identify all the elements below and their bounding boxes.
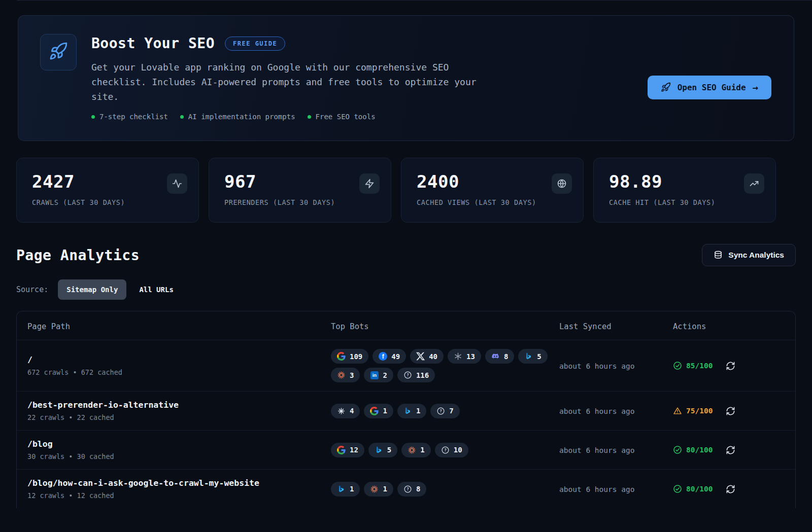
bot-badges: 1251?10: [331, 443, 549, 457]
green-dot-icon: [91, 115, 95, 119]
anthropic-bot-icon: [370, 485, 379, 493]
bot-badge-bing: 1: [331, 482, 360, 496]
refresh-button[interactable]: [726, 361, 735, 371]
banner-title: Boost Your SEO: [91, 35, 215, 52]
score-status-icon: [673, 361, 682, 370]
unknown-bot-icon: ?: [403, 371, 412, 379]
page-path: /: [27, 355, 331, 365]
refresh-button[interactable]: [726, 445, 735, 455]
green-dot-icon: [308, 115, 311, 119]
bot-count: 8: [416, 485, 420, 493]
last-synced: about 6 hours ago: [559, 407, 634, 415]
arrow-right-icon: →: [753, 82, 758, 93]
stat-card: 2427CRAWLS (LAST 30 DAYS): [16, 158, 199, 223]
discord-bot-icon: [491, 352, 500, 361]
score-value: 80/100: [686, 446, 713, 454]
bot-count: 40: [429, 352, 437, 361]
sync-analytics-button[interactable]: Sync Analytics: [702, 244, 796, 266]
bot-badge-bing: 5: [518, 349, 547, 364]
source-option-sitemap-only[interactable]: Sitemap Only: [58, 279, 126, 300]
stat-value: 98.89: [609, 171, 715, 192]
linkedin-bot-icon: in: [370, 371, 379, 379]
bot-badge-bing: 5: [368, 443, 397, 457]
bot-count: 49: [391, 352, 400, 361]
table-row: /best-prerender-io-alternative 22 crawls…: [17, 391, 795, 430]
bot-count: 8: [504, 352, 508, 361]
sync-analytics-label: Sync Analytics: [728, 251, 784, 260]
anthropic-bot-icon: [337, 371, 346, 379]
stat-card: 2400CACHED VIEWS (LAST 30 DAYS): [401, 158, 584, 223]
trending-up-icon: [744, 173, 764, 194]
source-option-all-urls[interactable]: All URLs: [130, 279, 182, 300]
globe-icon: [552, 173, 572, 194]
stat-label: CRAWLS (LAST 30 DAYS): [32, 198, 125, 206]
bot-count: 116: [416, 371, 429, 379]
source-toggle-group: Sitemap OnlyAll URLs: [58, 279, 182, 300]
stat-card: 967PRERENDERS (LAST 30 DAYS): [209, 158, 391, 223]
open-seo-guide-button[interactable]: Open SEO Guide →: [648, 76, 771, 99]
column-header-top-bots: Top Bots: [331, 322, 559, 331]
bot-count: 1: [350, 485, 354, 493]
bing-bot-icon: [524, 352, 533, 361]
banner-feature: AI implementation prompts: [180, 113, 295, 121]
bot-badges: 11?8: [331, 482, 549, 496]
bot-badge-facebook: f49: [373, 349, 406, 364]
page-path: /blog: [27, 439, 331, 449]
stat-value: 967: [224, 171, 335, 192]
table-row: / 672 crawls • 672 cached 109f494013853i…: [17, 340, 795, 391]
spider-bot-icon: [337, 407, 346, 415]
bot-count: 1: [420, 446, 424, 454]
seo-score-badge: 80/100: [673, 445, 713, 454]
bot-count: 10: [454, 446, 462, 454]
bot-badge-spider: 4: [331, 404, 360, 418]
refresh-button[interactable]: [726, 406, 735, 416]
bot-badge-anthropic: 1: [401, 443, 430, 457]
seo-score-badge: 75/100: [673, 406, 713, 415]
bot-badge-discord: 8: [485, 349, 514, 364]
banner-description: Get your Lovable app ranking on Google w…: [91, 60, 497, 104]
bot-badge-unknown: ?8: [397, 482, 426, 496]
rocket-icon-box: [40, 34, 77, 70]
database-icon: [714, 251, 723, 260]
rocket-icon: [661, 82, 671, 92]
green-dot-icon: [180, 115, 184, 119]
stat-value: 2427: [32, 171, 125, 192]
seo-banner: Boost Your SEO FREE GUIDE Get your Lovab…: [18, 15, 794, 141]
stat-label: PRERENDERS (LAST 30 DAYS): [224, 198, 335, 206]
bot-count: 3: [350, 371, 354, 379]
banner-feature-label: Free SEO tools: [316, 113, 376, 121]
page-path: /blog/how-can-i-ask-google-to-crawl-my-w…: [27, 478, 331, 488]
anthropic-bot-icon: [408, 446, 416, 454]
page-path: /best-prerender-io-alternative: [27, 400, 331, 410]
bot-count: 1: [383, 485, 387, 493]
bot-badge-x: 40: [410, 349, 444, 364]
banner-feature-label: AI implementation prompts: [188, 113, 295, 121]
bot-badge-openai: 13: [448, 349, 481, 364]
svg-text:?: ?: [407, 487, 409, 491]
bot-count: 1: [383, 407, 387, 415]
bot-badge-unknown: ?116: [397, 368, 435, 382]
bot-badge-unknown: ?10: [435, 443, 468, 457]
score-status-icon: [673, 484, 682, 493]
x-bot-icon: [416, 352, 425, 361]
score-value: 80/100: [686, 485, 713, 493]
bot-count: 7: [449, 407, 453, 415]
last-synced: about 6 hours ago: [559, 446, 634, 454]
unknown-bot-icon: ?: [403, 485, 412, 493]
bot-badge-anthropic: 1: [364, 482, 393, 496]
page-title: Page Analytics: [16, 247, 140, 264]
table-row: /blog 30 crawls • 30 cached 1251?10 abou…: [17, 430, 795, 469]
page-path-meta: 22 crawls • 22 cached: [27, 413, 331, 421]
last-synced: about 6 hours ago: [559, 485, 634, 493]
bot-badge-google: 109: [331, 349, 368, 364]
bot-count: 109: [350, 352, 362, 361]
bot-badges: 411?7: [331, 404, 549, 418]
bot-count: 12: [350, 446, 358, 454]
rocket-icon: [49, 42, 68, 63]
page-path-meta: 12 crawls • 12 cached: [27, 491, 331, 500]
refresh-button[interactable]: [726, 484, 735, 494]
facebook-bot-icon: f: [379, 352, 387, 361]
column-header-page-path: Page Path: [27, 322, 331, 331]
page-analytics-table: Page Path Top Bots Last Synced Actions /…: [16, 311, 796, 508]
table-body: / 672 crawls • 672 cached 109f494013853i…: [17, 340, 795, 508]
